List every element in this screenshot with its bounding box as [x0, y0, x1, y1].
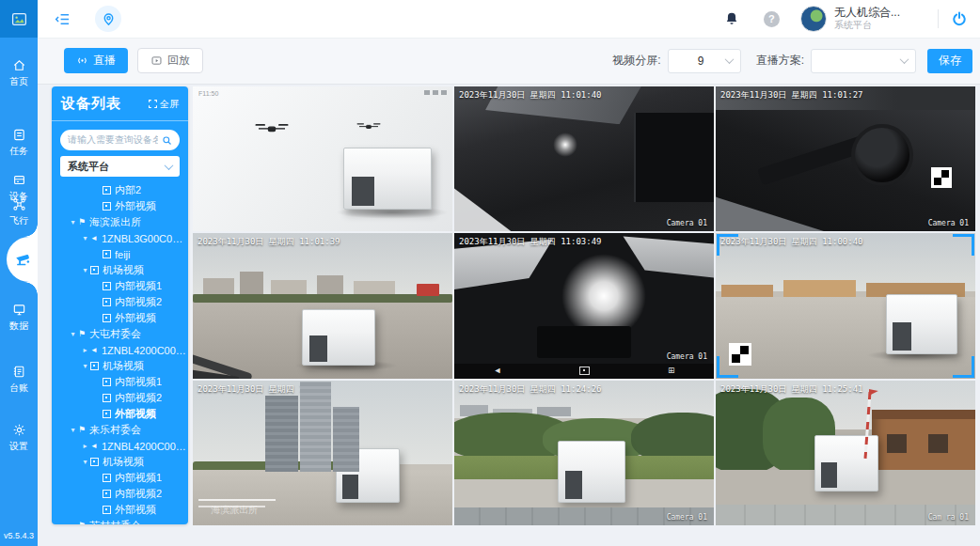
sidebar-item-tasks[interactable]: 任务 [0, 128, 38, 158]
tree-item[interactable]: ▾⚑来乐村委会 [52, 422, 188, 438]
camera-icon [103, 410, 111, 418]
caret-icon[interactable]: ▾ [80, 362, 90, 370]
camera-name-label: Camera 01 [928, 219, 969, 227]
caret-icon[interactable]: ▾ [80, 266, 90, 274]
tree-item[interactable]: 外部视频 [52, 406, 188, 422]
sidebar-item-data[interactable]: 数据 [0, 303, 38, 333]
video-cell-4[interactable]: 2023年11月30日 星期四 11:01:39 [193, 233, 452, 378]
tree-item[interactable]: 外部视频 [52, 502, 188, 518]
tree-item[interactable]: ▾机场视频 [52, 454, 188, 470]
tree-item[interactable]: ▾⚑苏村村委会 [52, 518, 188, 524]
tree-item[interactable]: ▸◄1ZNBL4200C00P7 [52, 342, 188, 358]
logo-image-icon [11, 11, 27, 27]
sidebar-item-settings[interactable]: 设置 [0, 423, 38, 453]
video-cell-8[interactable]: 2023年11月30日 星期四 11:24:26 Camera 01 [454, 381, 714, 525]
scene-building [300, 382, 330, 472]
video-cell-2[interactable]: 2023年11月30日 星期四 11:01:40 Camera 01 [454, 86, 714, 231]
tab-playback[interactable]: 回放 [137, 48, 203, 73]
caret-icon[interactable]: ▾ [68, 522, 78, 524]
tree-item[interactable]: 内部2 [52, 182, 188, 198]
tree-item[interactable]: 内部视频1 [52, 374, 188, 390]
video-cell-6-selected[interactable]: 2023年11月30日 星期四 11:00:40 [716, 233, 975, 378]
video-cell-3[interactable]: 2023年11月30日 星期四 11:01:27 Camera 01 [716, 86, 975, 231]
tree-item[interactable]: 内部视频2 [52, 486, 188, 502]
user-avatar[interactable] [800, 6, 827, 32]
top-header: ? 无人机综合... 系统平台 [38, 0, 980, 39]
device-list-panel: 设备列表 全屏 请输入需要查询设备名称 系统平台 内部2外部视频▾⚑海滨派出所▾… [52, 86, 188, 524]
sidebar-item-device[interactable]: 设备 [0, 173, 38, 203]
caret-icon[interactable]: ▾ [80, 458, 90, 466]
sidebar-item-label: 任务 [9, 145, 28, 158]
sidebar-item-ledger[interactable]: 台账 [0, 365, 38, 395]
live-plan-select[interactable] [811, 49, 916, 73]
platform-select-value: 系统平台 [68, 160, 166, 174]
save-button[interactable]: 保存 [927, 49, 972, 73]
collapse-menu-button[interactable] [55, 11, 71, 27]
tree-item[interactable]: ▸◄1ZNBL4200C00M7 [52, 438, 188, 454]
scene-building [354, 281, 395, 294]
tree-item-label: 外部视频 [115, 407, 156, 421]
tree-item[interactable]: 外部视频 [52, 310, 188, 326]
chevron-down-icon [724, 55, 734, 64]
scene-light [553, 133, 577, 157]
tree-item[interactable]: ▾⚑大屯村委会 [52, 326, 188, 342]
sidebar-item-home[interactable]: 首页 [0, 58, 38, 88]
tab-live-label: 直播 [93, 53, 116, 69]
caret-icon[interactable]: ▾ [68, 426, 78, 434]
user-info[interactable]: 无人机综合... 系统平台 [834, 7, 900, 30]
sidebar-item-label: 数据 [9, 320, 28, 333]
video-cell-7[interactable]: 2023年11月30日 星期四 11:0 海滨派出所 [193, 381, 452, 525]
search-icon[interactable] [162, 135, 172, 146]
caret-icon[interactable]: ▸ [80, 442, 90, 450]
scene-window [928, 434, 948, 453]
device-icon [12, 173, 26, 187]
help-button[interactable]: ? [764, 11, 780, 27]
tree-item[interactable]: ▾机场视频 [52, 358, 188, 374]
split-screen-select[interactable]: 9 [668, 49, 741, 73]
site-icon: ⚑ [78, 426, 86, 434]
caret-icon[interactable]: ▾ [80, 234, 90, 242]
header-divider [938, 9, 939, 28]
tree-item[interactable]: 内部视频2 [52, 294, 188, 310]
video-cell-5[interactable]: 2023年11月30日 星期四 11:03:49 Camera 01 ◄ ⊞ [454, 233, 714, 378]
camera-icon [103, 250, 111, 258]
map-location-button[interactable] [95, 6, 121, 32]
caret-icon[interactable]: ▸ [80, 346, 90, 354]
tree-item[interactable]: ▾机场视频 [52, 262, 188, 278]
snapshot-icon[interactable] [579, 367, 590, 375]
tree-item[interactable]: 内部视频1 [52, 278, 188, 294]
video-cell-9[interactable]: 2023年11月30日 星期四 11:25:41 Cam ra 01 [716, 381, 975, 525]
tree-item[interactable]: 内部视频2 [52, 390, 188, 406]
sidebar-item-label: 设备 [9, 190, 28, 203]
fullscreen-button[interactable]: 全屏 [149, 98, 179, 111]
expand-icon[interactable]: ⊞ [668, 367, 675, 375]
tree-item[interactable]: 外部视频 [52, 198, 188, 214]
caret-icon[interactable]: ▾ [68, 330, 78, 338]
sidebar-item-monitor-active[interactable] [7, 237, 38, 282]
tab-live[interactable]: 直播 [64, 48, 128, 73]
ledger-icon [12, 365, 26, 379]
video-control-bar: ◄ ⊞ [454, 364, 714, 379]
app-logo[interactable] [0, 0, 38, 38]
tree-item[interactable]: 内部视频1 [52, 470, 188, 486]
camera-icon [103, 474, 111, 482]
tree-item[interactable]: feiji [52, 246, 188, 262]
logout-button[interactable] [952, 11, 967, 26]
tree-item[interactable]: ▾◄1ZNBL3G00C00WR [52, 230, 188, 246]
data-monitor-icon [12, 303, 26, 317]
video-cell-1[interactable]: F11:50 [193, 86, 452, 231]
drone-icon: ◄ [90, 235, 98, 242]
tree-item-label: 机场视频 [103, 359, 144, 373]
platform-select[interactable]: 系统平台 [60, 156, 180, 177]
notifications-button[interactable] [724, 11, 739, 26]
ptz-control-icon[interactable]: ◄ [493, 367, 501, 375]
scene-skyline [193, 274, 452, 295]
device-search-input[interactable]: 请输入需要查询设备名称 [60, 130, 180, 150]
caret-icon[interactable]: ▾ [68, 218, 78, 226]
scene-building [721, 285, 773, 297]
tree-item[interactable]: ▾⚑海滨派出所 [52, 214, 188, 230]
scene-machinery [537, 326, 630, 358]
user-role: 系统平台 [834, 20, 900, 31]
drone-dock-box [886, 294, 957, 354]
gear-icon [12, 423, 26, 437]
